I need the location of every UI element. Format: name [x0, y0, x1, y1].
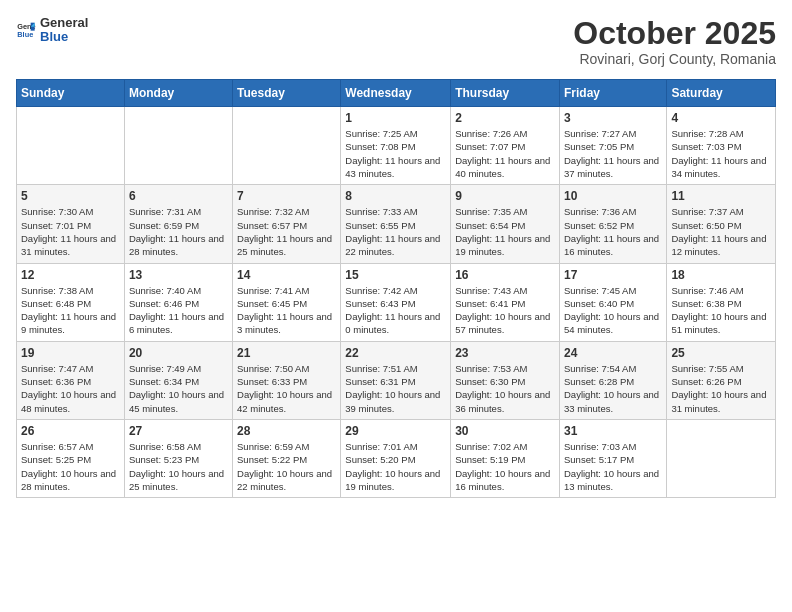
calendar-cell-w3-d2: 14 Sunrise: 7:41 AMSunset: 6:45 PMDaylig… — [233, 263, 341, 341]
day-info: Sunrise: 7:41 AMSunset: 6:45 PMDaylight:… — [237, 284, 336, 337]
calendar-cell-w5-d3: 29 Sunrise: 7:01 AMSunset: 5:20 PMDaylig… — [341, 419, 451, 497]
day-info: Sunrise: 7:31 AMSunset: 6:59 PMDaylight:… — [129, 205, 228, 258]
day-number: 16 — [455, 268, 555, 282]
calendar-cell-w2-d5: 10 Sunrise: 7:36 AMSunset: 6:52 PMDaylig… — [559, 185, 666, 263]
day-info: Sunrise: 7:54 AMSunset: 6:28 PMDaylight:… — [564, 362, 662, 415]
calendar-cell-w1-d2 — [233, 107, 341, 185]
calendar-cell-w4-d5: 24 Sunrise: 7:54 AMSunset: 6:28 PMDaylig… — [559, 341, 666, 419]
calendar-cell-w1-d5: 3 Sunrise: 7:27 AMSunset: 7:05 PMDayligh… — [559, 107, 666, 185]
calendar-cell-w4-d2: 21 Sunrise: 7:50 AMSunset: 6:33 PMDaylig… — [233, 341, 341, 419]
day-number: 6 — [129, 189, 228, 203]
title-section: October 2025 Rovinari, Gorj County, Roma… — [573, 16, 776, 67]
calendar-cell-w4-d6: 25 Sunrise: 7:55 AMSunset: 6:26 PMDaylig… — [667, 341, 776, 419]
calendar-cell-w1-d3: 1 Sunrise: 7:25 AMSunset: 7:08 PMDayligh… — [341, 107, 451, 185]
calendar-cell-w4-d4: 23 Sunrise: 7:53 AMSunset: 6:30 PMDaylig… — [451, 341, 560, 419]
week-row-3: 12 Sunrise: 7:38 AMSunset: 6:48 PMDaylig… — [17, 263, 776, 341]
day-info: Sunrise: 7:32 AMSunset: 6:57 PMDaylight:… — [237, 205, 336, 258]
day-number: 23 — [455, 346, 555, 360]
day-info: Sunrise: 6:58 AMSunset: 5:23 PMDaylight:… — [129, 440, 228, 493]
calendar-cell-w3-d0: 12 Sunrise: 7:38 AMSunset: 6:48 PMDaylig… — [17, 263, 125, 341]
calendar-cell-w5-d6 — [667, 419, 776, 497]
day-number: 12 — [21, 268, 120, 282]
header-friday: Friday — [559, 80, 666, 107]
calendar-cell-w3-d5: 17 Sunrise: 7:45 AMSunset: 6:40 PMDaylig… — [559, 263, 666, 341]
day-info: Sunrise: 7:03 AMSunset: 5:17 PMDaylight:… — [564, 440, 662, 493]
calendar-cell-w1-d4: 2 Sunrise: 7:26 AMSunset: 7:07 PMDayligh… — [451, 107, 560, 185]
day-number: 5 — [21, 189, 120, 203]
calendar-cell-w5-d4: 30 Sunrise: 7:02 AMSunset: 5:19 PMDaylig… — [451, 419, 560, 497]
header-thursday: Thursday — [451, 80, 560, 107]
day-number: 19 — [21, 346, 120, 360]
day-number: 13 — [129, 268, 228, 282]
day-info: Sunrise: 7:55 AMSunset: 6:26 PMDaylight:… — [671, 362, 771, 415]
week-row-5: 26 Sunrise: 6:57 AMSunset: 5:25 PMDaylig… — [17, 419, 776, 497]
day-info: Sunrise: 7:30 AMSunset: 7:01 PMDaylight:… — [21, 205, 120, 258]
day-info: Sunrise: 7:01 AMSunset: 5:20 PMDaylight:… — [345, 440, 446, 493]
month-title: October 2025 — [573, 16, 776, 51]
day-number: 10 — [564, 189, 662, 203]
day-number: 15 — [345, 268, 446, 282]
week-row-2: 5 Sunrise: 7:30 AMSunset: 7:01 PMDayligh… — [17, 185, 776, 263]
week-row-4: 19 Sunrise: 7:47 AMSunset: 6:36 PMDaylig… — [17, 341, 776, 419]
day-number: 17 — [564, 268, 662, 282]
calendar-cell-w3-d4: 16 Sunrise: 7:43 AMSunset: 6:41 PMDaylig… — [451, 263, 560, 341]
calendar-cell-w2-d6: 11 Sunrise: 7:37 AMSunset: 6:50 PMDaylig… — [667, 185, 776, 263]
day-info: Sunrise: 7:46 AMSunset: 6:38 PMDaylight:… — [671, 284, 771, 337]
calendar-cell-w1-d1 — [124, 107, 232, 185]
day-info: Sunrise: 6:57 AMSunset: 5:25 PMDaylight:… — [21, 440, 120, 493]
calendar-cell-w3-d3: 15 Sunrise: 7:42 AMSunset: 6:43 PMDaylig… — [341, 263, 451, 341]
day-info: Sunrise: 7:51 AMSunset: 6:31 PMDaylight:… — [345, 362, 446, 415]
day-number: 8 — [345, 189, 446, 203]
day-info: Sunrise: 7:37 AMSunset: 6:50 PMDaylight:… — [671, 205, 771, 258]
header-wednesday: Wednesday — [341, 80, 451, 107]
calendar-cell-w5-d2: 28 Sunrise: 6:59 AMSunset: 5:22 PMDaylig… — [233, 419, 341, 497]
day-number: 30 — [455, 424, 555, 438]
day-number: 29 — [345, 424, 446, 438]
calendar-cell-w4-d3: 22 Sunrise: 7:51 AMSunset: 6:31 PMDaylig… — [341, 341, 451, 419]
calendar-cell-w3-d1: 13 Sunrise: 7:40 AMSunset: 6:46 PMDaylig… — [124, 263, 232, 341]
day-number: 25 — [671, 346, 771, 360]
day-info: Sunrise: 7:42 AMSunset: 6:43 PMDaylight:… — [345, 284, 446, 337]
day-number: 31 — [564, 424, 662, 438]
day-info: Sunrise: 6:59 AMSunset: 5:22 PMDaylight:… — [237, 440, 336, 493]
day-info: Sunrise: 7:28 AMSunset: 7:03 PMDaylight:… — [671, 127, 771, 180]
calendar-cell-w2-d2: 7 Sunrise: 7:32 AMSunset: 6:57 PMDayligh… — [233, 185, 341, 263]
day-info: Sunrise: 7:25 AMSunset: 7:08 PMDaylight:… — [345, 127, 446, 180]
day-info: Sunrise: 7:36 AMSunset: 6:52 PMDaylight:… — [564, 205, 662, 258]
location-subtitle: Rovinari, Gorj County, Romania — [573, 51, 776, 67]
day-info: Sunrise: 7:02 AMSunset: 5:19 PMDaylight:… — [455, 440, 555, 493]
calendar-cell-w4-d1: 20 Sunrise: 7:49 AMSunset: 6:34 PMDaylig… — [124, 341, 232, 419]
logo-general-text: General — [40, 16, 88, 30]
day-info: Sunrise: 7:26 AMSunset: 7:07 PMDaylight:… — [455, 127, 555, 180]
calendar-cell-w2-d0: 5 Sunrise: 7:30 AMSunset: 7:01 PMDayligh… — [17, 185, 125, 263]
day-number: 11 — [671, 189, 771, 203]
svg-text:Blue: Blue — [17, 31, 33, 40]
day-info: Sunrise: 7:40 AMSunset: 6:46 PMDaylight:… — [129, 284, 228, 337]
day-info: Sunrise: 7:53 AMSunset: 6:30 PMDaylight:… — [455, 362, 555, 415]
day-info: Sunrise: 7:38 AMSunset: 6:48 PMDaylight:… — [21, 284, 120, 337]
weekday-header-row: Sunday Monday Tuesday Wednesday Thursday… — [17, 80, 776, 107]
calendar-table: Sunday Monday Tuesday Wednesday Thursday… — [16, 79, 776, 498]
header-tuesday: Tuesday — [233, 80, 341, 107]
header: General Blue General Blue October 2025 R… — [16, 16, 776, 67]
day-number: 3 — [564, 111, 662, 125]
logo: General Blue General Blue — [16, 16, 88, 45]
header-saturday: Saturday — [667, 80, 776, 107]
day-number: 26 — [21, 424, 120, 438]
logo-icon: General Blue — [16, 20, 36, 40]
calendar-cell-w5-d1: 27 Sunrise: 6:58 AMSunset: 5:23 PMDaylig… — [124, 419, 232, 497]
day-number: 24 — [564, 346, 662, 360]
calendar-cell-w2-d4: 9 Sunrise: 7:35 AMSunset: 6:54 PMDayligh… — [451, 185, 560, 263]
header-sunday: Sunday — [17, 80, 125, 107]
calendar-cell-w5-d5: 31 Sunrise: 7:03 AMSunset: 5:17 PMDaylig… — [559, 419, 666, 497]
day-number: 20 — [129, 346, 228, 360]
day-info: Sunrise: 7:33 AMSunset: 6:55 PMDaylight:… — [345, 205, 446, 258]
day-number: 27 — [129, 424, 228, 438]
day-number: 7 — [237, 189, 336, 203]
day-info: Sunrise: 7:27 AMSunset: 7:05 PMDaylight:… — [564, 127, 662, 180]
day-number: 9 — [455, 189, 555, 203]
day-info: Sunrise: 7:43 AMSunset: 6:41 PMDaylight:… — [455, 284, 555, 337]
calendar-cell-w1-d6: 4 Sunrise: 7:28 AMSunset: 7:03 PMDayligh… — [667, 107, 776, 185]
calendar-cell-w2-d3: 8 Sunrise: 7:33 AMSunset: 6:55 PMDayligh… — [341, 185, 451, 263]
calendar-cell-w5-d0: 26 Sunrise: 6:57 AMSunset: 5:25 PMDaylig… — [17, 419, 125, 497]
